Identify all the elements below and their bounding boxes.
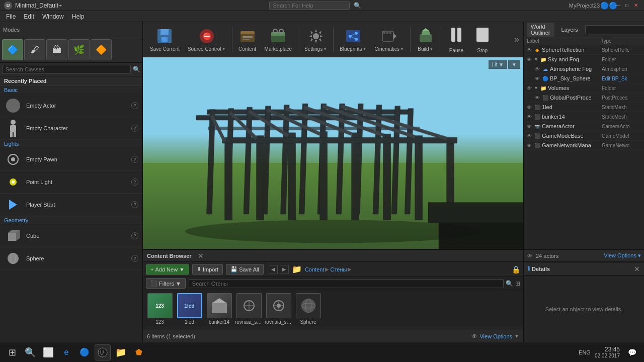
content-button[interactable]: Content — [235, 25, 260, 54]
place-icon-mesh[interactable]: 🔶 — [91, 39, 112, 60]
toolbar-more-button[interactable]: » — [514, 34, 519, 45]
cb-forward-button[interactable]: ▶ — [280, 265, 289, 274]
stop-button[interactable]: Stop — [470, 24, 495, 55]
outliner-row-bunker14[interactable]: 👁 ⬛ bunker14 StaticMesh — [524, 112, 644, 122]
outliner-row-atm-fog[interactable]: 👁 ☁ Atmospheric Fog Atmospheri — [524, 64, 644, 74]
eye-global-post[interactable]: 👁 — [534, 94, 541, 101]
viewport-options-btn[interactable]: ▼ — [508, 60, 520, 69]
taskbar-search-button[interactable]: 🔍 — [22, 344, 38, 360]
menu-edit[interactable]: Edit — [20, 12, 38, 21]
outliner-search-input[interactable] — [585, 25, 644, 34]
taskbar-chrome[interactable]: 🔵 — [76, 344, 93, 360]
save-current-button[interactable]: Save Current — [147, 25, 183, 54]
place-item-empty-character[interactable]: Empty Character ? — [0, 117, 142, 140]
empty-pawn-info[interactable]: ? — [131, 156, 138, 163]
cb-item-123[interactable]: 123 123 — [146, 293, 174, 325]
eye-game-mode[interactable]: 👁 — [526, 132, 533, 139]
place-item-cube[interactable]: Cube ? — [0, 225, 142, 247]
viewport[interactable]: Lit ▼ ▼ No active Level Sequencer detect… — [143, 57, 523, 249]
expand-sky-fog[interactable]: ▼ — [534, 57, 539, 62]
tab-world-outliner[interactable]: World Outliner — [527, 23, 554, 37]
menu-help[interactable]: Help — [68, 12, 89, 21]
cinematics-button[interactable]: Cinematics ▼ — [371, 25, 407, 54]
outliner-row-1led[interactable]: 👁 ⬛ 1led StaticMesh — [524, 103, 644, 112]
taskbar-blender[interactable]: ⬟ — [131, 344, 147, 360]
taskbar-task-view[interactable]: ⬜ — [40, 344, 56, 360]
search-help-input[interactable] — [269, 2, 350, 10]
eye-game-network[interactable]: 👁 — [526, 142, 533, 149]
eye-sky-fog[interactable]: 👁 — [526, 56, 533, 63]
empty-character-info[interactable]: ? — [131, 125, 138, 132]
cb-path-content[interactable]: Content — [305, 266, 325, 273]
minimize-button[interactable]: — — [614, 2, 622, 9]
place-item-player-start[interactable]: Player Start ? — [0, 194, 142, 216]
eye-sphere-reflection[interactable]: 👁 — [526, 46, 533, 53]
source-control-button[interactable]: ⛔ Source Control ▼ — [185, 25, 229, 54]
expand-volumes[interactable]: ▼ — [534, 85, 539, 90]
taskbar-notification[interactable]: 💬 — [624, 344, 640, 360]
cb-item-bunker14[interactable]: bunker14 — [205, 293, 233, 325]
cb-filter-button[interactable]: ⬛ Filters ▼ — [146, 278, 186, 289]
eye-1led[interactable]: 👁 — [526, 104, 533, 111]
outliner-row-bp-sky[interactable]: 👁 🔵 BP_Sky_Sphere Edit BP_Sk — [524, 74, 644, 83]
place-icon-place[interactable]: 🔷 — [2, 39, 23, 60]
cube-info[interactable]: ? — [131, 232, 138, 239]
maximize-button[interactable]: □ — [623, 2, 631, 9]
add-new-button[interactable]: + Add New ▼ — [146, 264, 189, 275]
cb-search-input[interactable] — [189, 279, 504, 288]
category-geometry[interactable]: Geometry — [0, 216, 142, 225]
save-all-button[interactable]: 💾 Save All — [226, 264, 264, 275]
details-close-button[interactable]: ✕ — [634, 265, 640, 273]
cb-item-rovnaia-stena-0[interactable]: rovnaia_stena_0 — [265, 293, 292, 325]
menu-file[interactable]: File — [2, 12, 20, 21]
outliner-row-volumes[interactable]: 👁 ▼ 📁 Volumes Folder — [524, 83, 644, 93]
place-item-empty-actor[interactable]: Empty Actor ? — [0, 95, 142, 117]
eye-volumes[interactable]: 👁 — [526, 84, 533, 92]
outliner-row-global-post[interactable]: 👁 ⬛ GlobalPostProce PostProces — [524, 93, 644, 103]
tab-layers[interactable]: Layers — [557, 26, 582, 34]
viewport-display-btn[interactable]: Lit ▼ — [489, 60, 507, 69]
cb-view-options-button[interactable]: 👁 View Options ▼ — [471, 333, 519, 340]
search-classes-input[interactable] — [2, 65, 131, 74]
eye-bunker14[interactable]: 👁 — [526, 113, 533, 120]
cb-item-sphere[interactable]: Sphere — [294, 293, 322, 325]
sphere-info[interactable]: ? — [131, 255, 138, 262]
point-light-info[interactable]: ? — [131, 178, 138, 186]
import-button[interactable]: ⬇ Import — [192, 264, 223, 275]
category-lights[interactable]: Lights — [0, 140, 142, 148]
cb-item-rovnaia-stena[interactable]: rovnaia_stena — [235, 293, 263, 325]
cb-view-icon[interactable]: ⊞ — [515, 280, 520, 287]
taskbar-start-button[interactable]: ⊞ — [4, 344, 20, 360]
place-item-sphere[interactable]: Sphere ? — [0, 247, 142, 270]
taskbar-edge[interactable]: e — [58, 344, 74, 360]
place-icon-foliage[interactable]: 🌿 — [68, 39, 90, 60]
empty-actor-info[interactable]: ? — [131, 102, 138, 109]
outliner-row-game-network[interactable]: 👁 ⬛ GameNetworkMana GameNetwc — [524, 141, 644, 150]
place-item-point-light[interactable]: Point Light ? — [0, 171, 142, 194]
cb-lock-button[interactable]: 🔒 — [512, 265, 520, 274]
place-icon-landscape[interactable]: 🏔 — [46, 39, 67, 60]
pause-button[interactable]: Pause — [444, 24, 468, 55]
eye-bp-sky[interactable]: 👁 — [534, 75, 541, 82]
marketplace-button[interactable]: Marketplace — [262, 25, 295, 54]
outliner-row-sky-fog[interactable]: 👁 ▼ 📁 Sky and Fog Folder — [524, 55, 644, 64]
outliner-row-game-mode[interactable]: 👁 ⬛ GameModeBase GameModel — [524, 131, 644, 141]
category-basic[interactable]: Basic — [0, 86, 142, 95]
eye-camera[interactable]: 👁 — [526, 123, 533, 130]
taskbar-ue4[interactable]: U — [95, 344, 111, 360]
settings-button[interactable]: Settings ▼ — [301, 25, 330, 54]
outliner-row-camera[interactable]: 👁 📷 CameraActor CameraActo — [524, 122, 644, 131]
eye-atm-fog[interactable]: 👁 — [534, 65, 541, 72]
place-item-empty-pawn[interactable]: Empty Pawn ? — [0, 148, 142, 171]
menu-window[interactable]: Window — [38, 12, 68, 21]
blueprints-button[interactable]: Blueprints ▼ — [337, 25, 369, 54]
place-icon-paint[interactable]: 🖌 — [24, 39, 45, 60]
cb-path-steny[interactable]: Стены — [330, 266, 347, 273]
cb-back-button[interactable]: ◀ — [269, 265, 278, 274]
outliner-view-options[interactable]: View Options ▾ — [604, 252, 641, 259]
build-button[interactable]: Build ▼ — [414, 25, 438, 54]
taskbar-files[interactable]: 📁 — [113, 344, 129, 360]
player-start-info[interactable]: ? — [131, 201, 138, 208]
cb-item-1led[interactable]: 1led 1led — [176, 293, 203, 325]
outliner-row-sphere-reflection[interactable]: 👁 ◆ SphereReflection SphereRefle — [524, 45, 644, 55]
